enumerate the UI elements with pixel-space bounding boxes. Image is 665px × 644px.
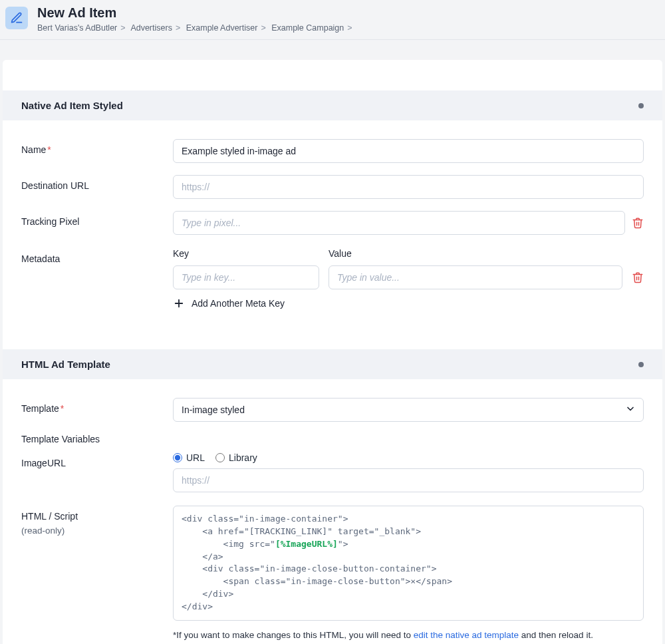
template-select[interactable]	[173, 398, 644, 422]
metadata-label: Metadata	[21, 253, 60, 264]
breadcrumb-item[interactable]: Bert Varias's AdButler	[37, 23, 117, 33]
html-script-sublabel: (read-only)	[21, 526, 65, 536]
meta-key-header: Key	[173, 248, 319, 259]
status-dot-icon	[638, 362, 644, 367]
tracking-pixel-input[interactable]	[173, 211, 625, 235]
radio-url[interactable]	[173, 453, 182, 462]
delete-pixel-icon[interactable]	[632, 217, 644, 229]
meta-value-input[interactable]	[329, 265, 622, 289]
status-dot-icon	[638, 103, 644, 108]
html-script-code: <div class="in-image-container"> <a href…	[173, 506, 644, 621]
tracking-pixel-label: Tracking Pixel	[21, 216, 79, 227]
section-body-template: Template* Template Variables ImageURL UR…	[3, 379, 662, 644]
imageurl-input[interactable]	[173, 468, 644, 492]
meta-key-input[interactable]	[173, 265, 319, 289]
html-script-label: HTML / Script	[21, 511, 78, 522]
radio-url-label[interactable]: URL	[186, 452, 205, 463]
page-title: New Ad Item	[37, 5, 356, 21]
edit-icon	[5, 7, 28, 29]
name-label: Name	[21, 144, 46, 155]
helper-text: *If you want to make changes to this HTM…	[173, 630, 644, 640]
main-container: Native Ad Item Styled Name* Destination …	[3, 60, 662, 644]
breadcrumb-item[interactable]: Example Advertiser	[186, 23, 258, 33]
section-title: HTML Ad Template	[21, 359, 110, 370]
section-title: Native Ad Item Styled	[21, 100, 123, 111]
template-variables-label: Template Variables	[21, 434, 644, 444]
meta-value-header: Value	[329, 248, 622, 259]
imageurl-label: ImageURL	[21, 458, 66, 468]
page-header: New Ad Item Bert Varias's AdButler> Adve…	[0, 0, 665, 40]
radio-library-label[interactable]: Library	[229, 452, 257, 463]
add-meta-button[interactable]: Add Another Meta Key	[173, 297, 644, 309]
add-meta-label: Add Another Meta Key	[192, 298, 285, 309]
section-header-template: HTML Ad Template	[3, 349, 662, 379]
delete-meta-icon[interactable]	[632, 271, 644, 283]
destination-url-input[interactable]	[173, 175, 644, 199]
section-body-native: Name* Destination URL Tracking Pixel Met…	[3, 120, 662, 349]
breadcrumb: Bert Varias's AdButler> Advertisers> Exa…	[37, 23, 356, 33]
name-input[interactable]	[173, 139, 644, 163]
breadcrumb-item[interactable]: Example Campaign	[271, 23, 344, 33]
section-header-native: Native Ad Item Styled	[3, 90, 662, 120]
edit-template-link[interactable]: edit the native ad template	[414, 630, 519, 640]
breadcrumb-item[interactable]: Advertisers	[130, 23, 172, 33]
template-label: Template	[21, 403, 59, 414]
radio-library[interactable]	[215, 453, 225, 462]
destination-url-label: Destination URL	[21, 180, 89, 191]
